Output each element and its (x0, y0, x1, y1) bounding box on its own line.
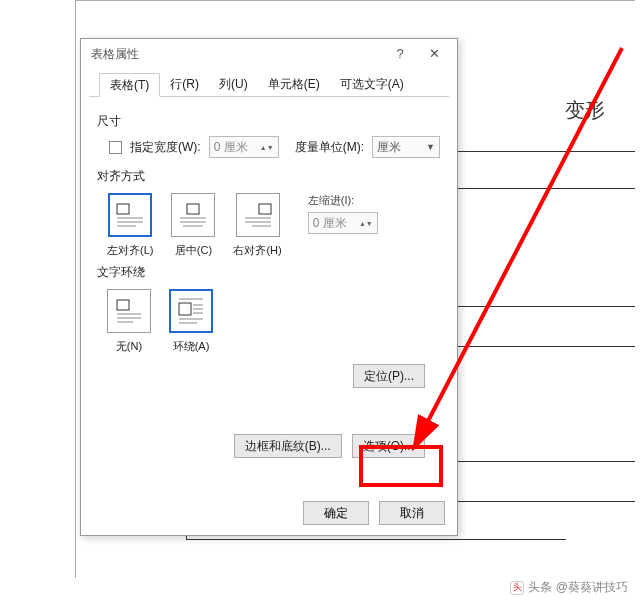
positioning-button[interactable]: 定位(P)... (353, 364, 425, 388)
svg-rect-8 (259, 204, 271, 214)
help-button[interactable]: ? (383, 39, 417, 69)
svg-rect-4 (187, 204, 199, 214)
wrap-around-label: 环绕(A) (173, 339, 210, 354)
doc-rule (186, 539, 566, 540)
align-right-option[interactable] (236, 193, 280, 237)
watermark-text: 头条 @葵葵讲技巧 (528, 579, 628, 596)
align-left-icon (116, 201, 144, 229)
wrap-label: 文字环绕 (97, 264, 441, 281)
wrap-none-option[interactable] (107, 289, 151, 333)
align-label: 对齐方式 (97, 168, 441, 185)
table-properties-dialog: 表格属性 ? ✕ 表格(T) 行(R) 列(U) 单元格(E) 可选文字(A) … (80, 38, 458, 536)
unit-value: 厘米 (377, 139, 401, 156)
dialog-footer: 确定 取消 (303, 501, 445, 525)
ok-button[interactable]: 确定 (303, 501, 369, 525)
wrap-none-label: 无(N) (116, 339, 142, 354)
tab-col[interactable]: 列(U) (209, 73, 258, 96)
unit-label: 度量单位(M): (295, 139, 364, 156)
chevron-down-icon: ▼ (426, 142, 435, 152)
align-center-option[interactable] (171, 193, 215, 237)
options-button[interactable]: 选项(O)... (352, 434, 425, 458)
indent-label: 左缩进(I): (308, 193, 378, 208)
watermark: 头 头条 @葵葵讲技巧 (510, 579, 628, 596)
dialog-title: 表格属性 (91, 39, 139, 69)
width-checkbox[interactable] (109, 141, 122, 154)
spinner-icon[interactable]: ▲▼ (359, 220, 373, 227)
size-label: 尺寸 (97, 113, 441, 130)
watermark-icon: 头 (510, 581, 524, 595)
close-button[interactable]: ✕ (417, 39, 451, 69)
spinner-icon[interactable]: ▲▼ (260, 144, 274, 151)
dialog-body: 尺寸 指定宽度(W): 0 厘米 ▲▼ 度量单位(M): 厘米 ▼ 对齐方式 左… (81, 97, 457, 468)
wrap-around-option[interactable] (169, 289, 213, 333)
tab-alttext[interactable]: 可选文字(A) (330, 73, 414, 96)
width-chk-label: 指定宽度(W): (130, 139, 201, 156)
align-left-label: 左对齐(L) (107, 243, 153, 258)
align-center-icon (179, 201, 207, 229)
borders-shading-button[interactable]: 边框和底纹(B)... (234, 434, 342, 458)
tab-row: 表格(T) 行(R) 列(U) 单元格(E) 可选文字(A) (89, 73, 449, 97)
indent-input[interactable]: 0 厘米 ▲▼ (308, 212, 378, 234)
width-input[interactable]: 0 厘米 ▲▼ (209, 136, 279, 158)
titlebar: 表格属性 ? ✕ (81, 39, 457, 69)
svg-rect-0 (117, 204, 129, 214)
svg-rect-12 (117, 300, 129, 310)
svg-rect-16 (179, 303, 191, 315)
width-value: 0 厘米 (214, 139, 248, 156)
tab-row-t[interactable]: 行(R) (160, 73, 209, 96)
indent-value: 0 厘米 (313, 215, 347, 232)
align-left-option[interactable] (108, 193, 152, 237)
align-center-label: 居中(C) (175, 243, 212, 258)
tab-cell[interactable]: 单元格(E) (258, 73, 330, 96)
align-right-label: 右对齐(H) (233, 243, 281, 258)
cancel-button[interactable]: 取消 (379, 501, 445, 525)
wrap-around-icon (177, 297, 205, 325)
doc-fragment-text: 变形 (565, 97, 605, 124)
wrap-none-icon (115, 297, 143, 325)
tab-table[interactable]: 表格(T) (99, 73, 160, 97)
unit-select[interactable]: 厘米 ▼ (372, 136, 440, 158)
align-right-icon (244, 201, 272, 229)
